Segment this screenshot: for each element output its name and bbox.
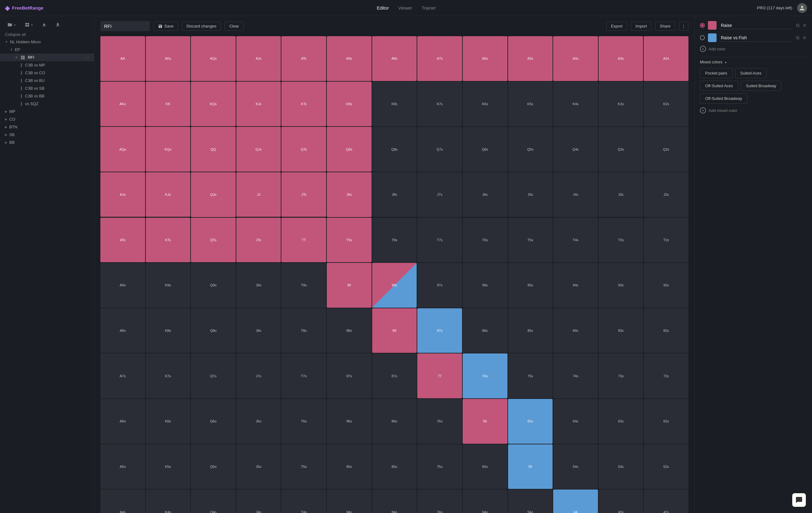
sidebar-item-bb[interactable]: ▶ BB	[0, 138, 94, 146]
hand-cell-qjo[interactable]: QJo	[191, 172, 236, 217]
hand-cell-76s[interactable]: 76s	[463, 353, 508, 398]
hand-cell-k9o[interactable]: K9o	[146, 263, 191, 308]
hand-cell-t3s[interactable]: T3s	[599, 218, 643, 263]
hand-cell-65o[interactable]: 65o	[463, 444, 508, 489]
hand-cell-aqo[interactable]: AQo	[100, 127, 145, 171]
hand-cell-kk[interactable]: KK	[146, 82, 191, 127]
more-options-button[interactable]: ⋮	[679, 22, 689, 31]
sidebar-item-nl-holdem[interactable]: ▼ NL Holdem Micro	[0, 38, 94, 46]
hand-cell-j4s[interactable]: J4s	[553, 172, 598, 217]
hand-cell-jj[interactable]: JJ	[236, 172, 281, 217]
hand-cell-a7o[interactable]: A7o	[100, 353, 145, 398]
hand-cell-t2s[interactable]: T2s	[644, 218, 689, 263]
hand-cell-j5o[interactable]: J5o	[236, 444, 281, 489]
hand-cell-t5s[interactable]: T5s	[508, 218, 553, 263]
download-btn[interactable]	[53, 21, 63, 28]
hand-cell-q6s[interactable]: Q6s	[463, 127, 508, 171]
clear-button[interactable]: Clear	[225, 22, 243, 31]
sidebar-item-btn[interactable]: ▶ BTN	[0, 123, 94, 131]
hand-cell-86s[interactable]: 86s	[463, 308, 508, 353]
hand-cell-qjs[interactable]: QJs	[236, 127, 281, 171]
more-icon[interactable]: ⋯	[85, 55, 89, 60]
sidebar-item-ep[interactable]: ▼ EP	[0, 46, 94, 54]
hand-cell-q9s[interactable]: Q9s	[327, 127, 372, 171]
hand-cell-k5s[interactable]: K5s	[508, 82, 553, 127]
hand-cell-63s[interactable]: 63s	[599, 399, 643, 444]
hand-cell-j9s[interactable]: J9s	[327, 172, 372, 217]
hand-cell-a5o[interactable]: A5o	[100, 444, 145, 489]
off-suited-aces-btn[interactable]: Off-Suited Aces	[700, 81, 738, 91]
copy-raise-fish-btn[interactable]: ⧉	[795, 34, 800, 42]
hand-cell-a6o[interactable]: A6o	[100, 399, 145, 444]
hand-cell-q5o[interactable]: Q5o	[191, 444, 236, 489]
sidebar-item-c3b-co[interactable]: ▐ C3B vs CO	[0, 69, 94, 77]
hand-cell-j8s[interactable]: J8s	[372, 172, 417, 217]
hand-cell-t9s[interactable]: T9s	[327, 218, 372, 263]
hand-cell-j9o[interactable]: J9o	[236, 263, 281, 308]
hand-cell-86o[interactable]: 86o	[372, 399, 417, 444]
delete-raise-btn[interactable]: ✕	[802, 22, 807, 29]
hand-cell-j8o[interactable]: J8o	[236, 308, 281, 353]
hand-cell-ats[interactable]: ATs	[281, 36, 326, 81]
hand-cell-t9o[interactable]: T9o	[281, 263, 326, 308]
hand-cell-94o[interactable]: 94o	[327, 489, 372, 513]
hand-cell-qto[interactable]: QTo	[191, 218, 236, 263]
hand-cell-ajo[interactable]: AJo	[100, 172, 145, 217]
hand-cell-74o[interactable]: 74o	[417, 489, 462, 513]
hand-cell-a4o[interactable]: A4o	[100, 489, 145, 513]
add-grid-btn[interactable]: +	[22, 21, 36, 28]
sidebar-item-rfi[interactable]: ▼ RFI ⋯	[0, 54, 94, 61]
hand-cell-65s[interactable]: 65s	[508, 399, 553, 444]
hand-cell-75s[interactable]: 75s	[508, 353, 553, 398]
hand-cell-a8s[interactable]: A8s	[372, 36, 417, 81]
hand-cell-k6s[interactable]: K6s	[463, 82, 508, 127]
sidebar-item-sb[interactable]: ▶ SB	[0, 131, 94, 138]
copy-raise-btn[interactable]: ⧉	[795, 22, 800, 29]
hand-cell-q8o[interactable]: Q8o	[191, 308, 236, 353]
hand-cell-83s[interactable]: 83s	[599, 308, 643, 353]
save-button[interactable]: Save	[153, 22, 178, 31]
sidebar-item-c3b-bu[interactable]: ▐ C3B vs BU	[0, 77, 94, 84]
raise-fish-radio[interactable]	[700, 35, 705, 40]
hand-cell-q4s[interactable]: Q4s	[553, 127, 598, 171]
chat-button[interactable]	[792, 493, 806, 507]
hand-cell-k3s[interactable]: K3s	[599, 82, 643, 127]
pocket-pairs-btn[interactable]: Pocket pairs	[700, 68, 733, 78]
hand-cell-t7s[interactable]: T7s	[417, 218, 462, 263]
hand-cell-85o[interactable]: 85o	[372, 444, 417, 489]
hand-cell-k5o[interactable]: K5o	[146, 444, 191, 489]
user-avatar[interactable]	[797, 3, 807, 13]
hand-cell-74s[interactable]: 74s	[553, 353, 598, 398]
hand-cell-54s[interactable]: 54s	[553, 444, 598, 489]
hand-cell-97s[interactable]: 97s	[417, 263, 462, 308]
hand-cell-a4s[interactable]: A4s	[553, 36, 598, 81]
hand-cell-j5s[interactable]: J5s	[508, 172, 553, 217]
hand-cell-42s[interactable]: 42s	[644, 489, 689, 513]
sidebar-item-mp[interactable]: ▶ MP	[0, 108, 94, 115]
hand-cell-kjs[interactable]: KJs	[236, 82, 281, 127]
hand-cell-k8s[interactable]: K8s	[372, 82, 417, 127]
hand-cell-93s[interactable]: 93s	[599, 263, 643, 308]
hand-cell-88[interactable]: 88	[372, 308, 417, 353]
hand-cell-t8o[interactable]: T8o	[281, 308, 326, 353]
off-suited-broadway-btn[interactable]: Off-Suited Broadway	[700, 93, 748, 104]
sidebar-item-c3b-bb[interactable]: ▐ C3B vs BB	[0, 92, 94, 100]
hand-cell-tt[interactable]: TT	[281, 218, 326, 263]
upload-btn[interactable]	[39, 21, 49, 28]
hand-cell-aa[interactable]: AA	[100, 36, 145, 81]
collapse-all[interactable]: Collapse all	[0, 31, 94, 38]
hand-cell-j2s[interactable]: J2s	[644, 172, 689, 217]
hand-cell-qq[interactable]: QQ	[191, 127, 236, 171]
hand-cell-t5o[interactable]: T5o	[281, 444, 326, 489]
hand-cell-a2s[interactable]: A2s	[644, 36, 689, 81]
hand-cell-84s[interactable]: 84s	[553, 308, 598, 353]
hand-cell-64o[interactable]: 64o	[463, 489, 508, 513]
raise-swatch[interactable]	[708, 21, 717, 30]
raise-name-input[interactable]	[720, 22, 792, 29]
hand-cell-a9o[interactable]: A9o	[100, 263, 145, 308]
hand-cell-44[interactable]: 44	[553, 489, 598, 513]
mixed-colors-arrow[interactable]: ▲	[724, 60, 727, 64]
hand-cell-jts[interactable]: JTs	[281, 172, 326, 217]
hand-cell-q5s[interactable]: Q5s	[508, 127, 553, 171]
hand-cell-a9s[interactable]: A9s	[327, 36, 372, 81]
